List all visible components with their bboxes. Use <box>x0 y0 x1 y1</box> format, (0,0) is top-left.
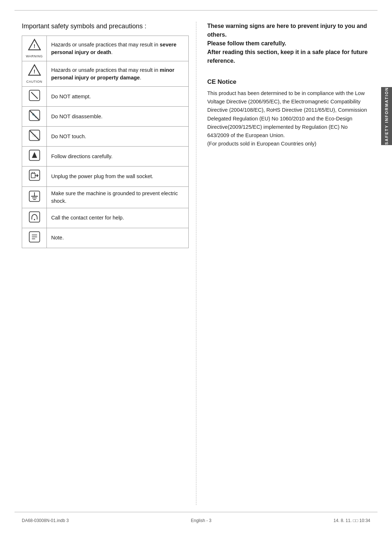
table-row: ! CAUTION Hazards or unsafe practices th… <box>22 61 189 87</box>
table-row: Make sure the machine is grounded to pre… <box>22 186 189 208</box>
follow-directions-text: Follow directions carefully. <box>47 147 189 167</box>
ground-text: Make sure the machine is grounded to pre… <box>47 186 189 208</box>
footer: DA68-03008N-01.indb 3 English - 3 14. 8.… <box>22 518 370 523</box>
unplug-icon-cell <box>22 167 47 186</box>
svg-rect-24 <box>29 211 40 222</box>
warning-label: WARNING <box>25 54 44 59</box>
main-content: Important safety symbols and precautions… <box>22 22 370 505</box>
no-disassemble-icon-cell: 🔧 <box>22 107 47 127</box>
table-row: ! WARNING Hazards or unsafe practices th… <box>22 36 189 61</box>
caution-label: CAUTION <box>25 79 44 84</box>
ground-icon-cell <box>22 186 47 208</box>
table-row: Do NOT attempt. <box>22 87 189 107</box>
caution-icon-cell: ! CAUTION <box>22 61 47 87</box>
no-touch-icon-cell: ☞ <box>22 127 47 147</box>
safety-table: ! WARNING Hazards or unsafe practices th… <box>22 36 189 248</box>
note-icon <box>28 230 41 243</box>
ce-notice-title: CE Notice <box>207 78 370 86</box>
follow-directions-icon <box>28 149 41 162</box>
right-column: These warning signs are here to prevent … <box>196 22 370 505</box>
no-attempt-text: Do NOT attempt. <box>47 87 189 107</box>
caution-triangle-icon: ! <box>28 63 41 77</box>
contact-icon <box>28 210 41 223</box>
side-tab: SAFETY INFORMATION <box>381 87 392 145</box>
table-row: Unplug the power plug from the wall sock… <box>22 167 189 186</box>
no-touch-text: Do NOT touch. <box>47 127 189 147</box>
svg-line-5 <box>31 92 38 99</box>
page-border-bottom <box>15 512 377 512</box>
ground-icon <box>28 190 41 203</box>
unplug-text: Unplug the power plug from the wall sock… <box>47 167 189 186</box>
table-row: Follow directions carefully. <box>22 147 189 167</box>
contact-text: Call the contact center for help. <box>47 208 189 228</box>
warning-icon-cell: ! WARNING <box>22 36 47 61</box>
follow-directions-icon-cell <box>22 147 47 167</box>
no-touch-icon: ☞ <box>28 129 41 142</box>
table-row: Note. <box>22 228 189 248</box>
note-icon-cell <box>22 228 47 248</box>
no-disassemble-text: Do NOT disassemble. <box>47 107 189 127</box>
footer-left: DA68-03008N-01.indb 3 <box>22 518 69 523</box>
svg-text:!: ! <box>33 69 35 74</box>
contact-icon-cell <box>22 208 47 228</box>
left-column: Important safety symbols and precautions… <box>22 22 196 505</box>
note-text: Note. <box>47 228 189 248</box>
table-row: ☞ Do NOT touch. <box>22 127 189 147</box>
table-row: 🔧 Do NOT disassemble. <box>22 107 189 127</box>
warning-icon: ! WARNING <box>25 38 44 59</box>
section-title: Important safety symbols and precautions… <box>22 22 189 30</box>
page-border-top <box>15 10 377 11</box>
ce-notice-text: This product has been determined to be i… <box>207 89 370 148</box>
svg-marker-13 <box>32 152 37 158</box>
svg-point-25 <box>34 219 35 220</box>
svg-line-11 <box>30 131 39 140</box>
footer-center: English - 3 <box>69 518 333 523</box>
side-tab-label: SAFETY INFORMATION <box>384 87 389 145</box>
warning-intro: These warning signs are here to prevent … <box>207 22 370 65</box>
no-attempt-icon-cell <box>22 87 47 107</box>
table-row: Call the contact center for help. <box>22 208 189 228</box>
warning-text-cell: Hazards or unsafe practices that may res… <box>47 36 189 61</box>
no-disassemble-icon: 🔧 <box>28 109 41 122</box>
caution-text-cell: Hazards or unsafe practices that may res… <box>47 61 189 87</box>
caution-icon: ! CAUTION <box>25 63 44 84</box>
svg-rect-15 <box>31 173 35 178</box>
svg-text:!: ! <box>33 43 35 49</box>
unplug-icon <box>28 169 41 182</box>
no-attempt-icon <box>28 89 41 102</box>
footer-right: 14. 8. 11. □□ 10:34 <box>334 518 370 523</box>
warning-triangle-icon: ! <box>28 38 41 51</box>
